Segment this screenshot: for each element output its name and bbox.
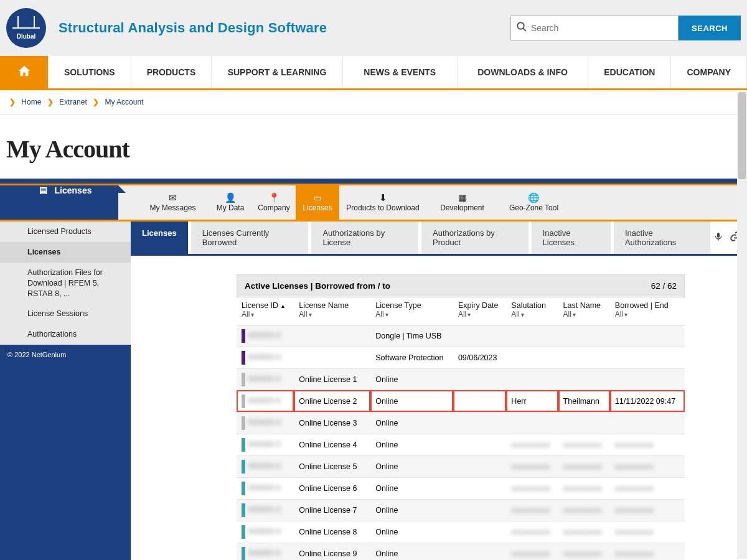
table-row[interactable]: 000000-0Online License 5Onlinexxxxxxxxxx… <box>237 455 685 477</box>
column-name: License Type <box>375 301 448 310</box>
table-row[interactable]: 000000-0Online License 1Online <box>237 368 685 390</box>
search-input[interactable] <box>527 21 673 35</box>
column-name: Borrowed | End <box>615 301 680 310</box>
table-count: 62 / 62 <box>651 281 677 291</box>
cell-expiry <box>453 521 506 543</box>
row-color-mark <box>242 503 245 517</box>
table-row[interactable]: 000000-0Online License 8Onlinexxxxxxxxxx… <box>237 521 685 543</box>
sidebar-item-authorizations[interactable]: Authorizations <box>0 324 131 345</box>
account-tabs: ▤ Licenses ✉ My Messages 👤 My Data 📍 Com… <box>0 184 747 220</box>
cell: Theilmann <box>558 390 610 412</box>
cell-expiry: 09/06/2023 <box>453 347 506 368</box>
scrollbar-thumb[interactable] <box>738 92 746 179</box>
tab-products-download[interactable]: ⬇ Products to Download <box>339 185 426 220</box>
subtab-auth-by-product[interactable]: Authorizations by Product <box>421 222 529 254</box>
row-color-mark <box>242 460 245 474</box>
tab-my-data[interactable]: 👤 My Data <box>209 185 252 220</box>
column-header[interactable]: Borrowed | EndAll▾ <box>610 297 685 325</box>
divider <box>0 179 747 184</box>
mainnav: SOLUTIONS PRODUCTS SUPPORT & LEARNING NE… <box>0 56 747 90</box>
cell <box>558 325 610 347</box>
subtab-inactive-licenses[interactable]: Inactive Licenses <box>532 222 611 254</box>
person-icon: 👤 <box>225 193 237 202</box>
column-header[interactable]: License NameAll▾ <box>294 297 370 325</box>
sidebar-item-license-sessions[interactable]: License Sessions <box>0 304 131 324</box>
cell-expiry <box>453 325 506 347</box>
table-row[interactable]: 000000-0Online License 3Online <box>237 412 685 434</box>
table-row[interactable]: 000000-0Online License 4Onlinexxxxxxxxxx… <box>237 434 685 455</box>
tab-geo-zone[interactable]: 🌐 Geo-Zone Tool <box>498 185 570 220</box>
download-icon: ⬇ <box>379 193 387 202</box>
row-color-mark <box>242 438 245 452</box>
tab-licenses-sidebar[interactable]: ▤ Licenses <box>0 185 118 220</box>
row-color-mark <box>242 547 245 561</box>
cell-id: 000000-0 <box>237 477 294 499</box>
nav-company[interactable]: COMPANY <box>671 56 747 88</box>
scrollbar[interactable] <box>737 92 747 559</box>
sidebar-item-licenses[interactable]: Licenses <box>0 242 131 263</box>
nav-downloads[interactable]: DOWNLOADS & INFO <box>458 56 589 88</box>
column-header[interactable]: Last NameAll▾ <box>558 297 610 325</box>
table-row[interactable]: 000000-0Online License 7Onlinexxxxxxxxxx… <box>237 499 685 521</box>
column-header[interactable]: SalutationAll▾ <box>506 297 558 325</box>
column-header[interactable]: License TypeAll▾ <box>370 297 453 325</box>
mic-icon[interactable] <box>713 231 723 244</box>
row-color-mark <box>242 329 245 343</box>
nav-support[interactable]: SUPPORT & LEARNING <box>212 56 343 88</box>
cell-name <box>294 347 370 368</box>
tab-licenses[interactable]: ▭ Licenses <box>296 185 339 220</box>
cell-name: Online License 3 <box>294 412 370 434</box>
chevron-right-icon: ❯ <box>93 98 99 106</box>
nav-news[interactable]: NEWS & EVENTS <box>343 56 458 88</box>
sidebar-item-licensed-products[interactable]: Licensed Products <box>0 222 131 242</box>
table-row[interactable]: 000000-0Dongle | Time USB <box>237 325 685 347</box>
column-filter[interactable]: All▾ <box>511 310 524 319</box>
cell-id: 000000-0 <box>237 390 294 412</box>
cell-expiry <box>453 455 506 477</box>
logo-text: Dlubal <box>17 33 36 40</box>
nav-education[interactable]: EDUCATION <box>588 56 671 88</box>
nav-solutions[interactable]: SOLUTIONS <box>49 56 131 88</box>
subtab-currently-borrowed[interactable]: Licenses Currently Borrowed <box>191 222 309 254</box>
sidebar: Licensed Products Licenses Authorization… <box>0 222 131 560</box>
table-row[interactable]: 000000-0Online License 6Onlinexxxxxxxxxx… <box>237 477 685 499</box>
nav-home[interactable] <box>0 56 49 88</box>
search-button[interactable]: SEARCH <box>679 16 741 40</box>
redacted-text: xxxxxxxxxx <box>615 506 654 515</box>
redacted-text: xxxxxxxxxx <box>563 506 603 515</box>
redacted-text: xxxxxxxxxx <box>511 441 550 449</box>
logo[interactable]: Dlubal <box>6 8 46 48</box>
tab-development[interactable]: ▦ Development <box>426 185 498 220</box>
subtab-auth-by-license[interactable]: Authorizations by License <box>311 222 418 254</box>
column-filter[interactable]: All▾ <box>242 310 254 319</box>
breadcrumb-home[interactable]: Home <box>21 98 41 106</box>
cell-expiry <box>453 543 506 560</box>
table-row[interactable]: 000000-0Online License 9Onlinexxxxxxxxxx… <box>237 543 685 560</box>
tab-my-messages[interactable]: ✉ My Messages <box>137 185 209 220</box>
table-row[interactable]: 000000-0Online License 2OnlineHerrTheilm… <box>237 390 685 412</box>
tab-label: Company <box>258 203 289 212</box>
cell-name <box>294 325 370 347</box>
column-header[interactable]: Expiry DateAll▾ <box>453 297 506 325</box>
column-filter[interactable]: All▾ <box>458 310 471 319</box>
cell <box>506 368 558 390</box>
sidebar-item-auth-files[interactable]: Authorization Files for Download | RFEM … <box>0 263 131 304</box>
column-filter[interactable]: All▾ <box>615 310 627 319</box>
cell: xxxxxxxxxx <box>506 543 558 560</box>
breadcrumb-extranet[interactable]: Extranet <box>59 98 87 106</box>
cell: xxxxxxxxxx <box>506 477 558 499</box>
breadcrumb-current: My Account <box>105 98 143 106</box>
column-filter[interactable]: All▾ <box>563 310 576 319</box>
logo-bridge-icon <box>12 16 40 32</box>
column-filter[interactable]: All▾ <box>299 310 311 319</box>
cell-name: Online License 5 <box>294 455 370 477</box>
nav-products[interactable]: PRODUCTS <box>131 56 212 88</box>
cell <box>610 412 685 434</box>
subtab-licenses[interactable]: Licenses <box>131 222 188 254</box>
table-row[interactable]: 000000-0Software Protection09/06/2023 <box>237 347 685 368</box>
search-box[interactable] <box>510 16 679 40</box>
subtab-inactive-auth[interactable]: Inactive Authorizations <box>614 222 710 254</box>
tab-company[interactable]: 📍 Company <box>252 185 296 220</box>
column-header[interactable]: License ID▲All▾ <box>237 297 294 325</box>
column-filter[interactable]: All▾ <box>375 310 388 319</box>
